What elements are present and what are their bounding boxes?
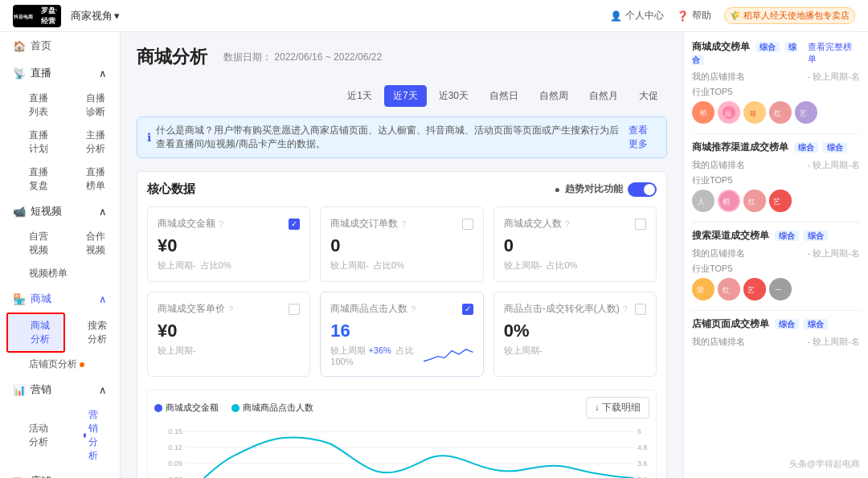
- video-icon: 📹: [13, 206, 26, 218]
- sidebar-item-home[interactable]: 🏠 首页: [0, 32, 120, 59]
- avatar-s4: 一: [769, 278, 792, 300]
- metric-sub-buyers: 较上周期- 占比0%: [504, 259, 646, 272]
- info-icon: ℹ: [147, 131, 151, 144]
- sidebar-group-marketing[interactable]: 📊 营销 ∧: [0, 376, 120, 403]
- sidebar-item-live-plan[interactable]: 直播计划: [6, 124, 63, 161]
- sidebar-item-live-review[interactable]: 直播复盘: [6, 161, 63, 198]
- avatar-r1: 人: [692, 190, 714, 212]
- sidebar-item-collab-video[interactable]: 合作视频: [63, 225, 121, 262]
- svg-text:品: 品: [725, 110, 731, 117]
- checkbox-avg-price[interactable]: [289, 304, 300, 315]
- rank-title-store-page: 店铺页面成交榜单 综合 综合: [692, 317, 860, 331]
- chart-header: 商城成交金额 商城商品点击人数 ↓ 下载明细: [154, 397, 649, 419]
- avatar-s3: 艺: [743, 278, 766, 300]
- tab-natural-month[interactable]: 自然月: [580, 85, 627, 107]
- tab-1day[interactable]: 近1天: [338, 85, 381, 107]
- metric-sub-revenue: 较上周期- 占比0%: [158, 259, 300, 272]
- metric-label-revenue: 商城成交金额 ?: [158, 217, 223, 231]
- metrics-grid: 商城成交金额 ? ✓ ¥0 较上周期- 占比0% 商城成交订单数 ?: [147, 206, 657, 377]
- top-nav: 抖音电商 罗盘 罗盘·经营 商家视角 ▾ 👤 个人中心 ❓ 帮助 🌾 稻草人经天…: [0, 0, 868, 32]
- merchant-view-button[interactable]: 商家视角 ▾: [71, 9, 120, 23]
- avatar-s1: 荣: [692, 278, 714, 300]
- sidebar-item-activity-analysis[interactable]: 活动分析: [6, 403, 61, 468]
- metric-sub-conversion: 较上周期-: [504, 345, 646, 357]
- sidebar-item-store-page-analysis[interactable]: 店铺页分析: [6, 353, 97, 376]
- sidebar-sub-live: 直播列表 自播诊断 直播计划 主播分析 直播复盘 直播榜单: [0, 87, 120, 198]
- legend-dot-revenue: [154, 404, 162, 412]
- rank-avatars-search: 荣 红 艺 一: [692, 278, 860, 300]
- download-button[interactable]: ↓ 下载明细: [586, 397, 649, 419]
- sidebar-item-sales-analysis[interactable]: 营销分析: [61, 403, 120, 468]
- sidebar-group-video[interactable]: 📹 短视频 ∧: [0, 198, 120, 225]
- view-full-rank-link[interactable]: 查看完整榜单: [808, 41, 860, 65]
- metric-sub-avg-price: 较上周期-: [158, 345, 300, 357]
- mini-chart-clicks: [424, 342, 473, 366]
- metric-value-conversion: 0%: [504, 321, 646, 341]
- personal-center-button[interactable]: 👤 个人中心: [610, 9, 664, 22]
- sidebar-item-anchor-analysis[interactable]: 主播分析: [63, 124, 121, 161]
- right-panel: 商城成交榜单 综合 综合 查看完整榜单 我的店铺排名 - 较上周期-名 行业TO…: [683, 32, 868, 478]
- sidebar-item-self-diagnose[interactable]: 自播诊断: [63, 87, 121, 124]
- avatar-1: 稻: [692, 101, 714, 124]
- metric-card-avg-price: 商城成交客单价 ? ¥0 较上周期-: [147, 292, 310, 377]
- sidebar-item-own-video[interactable]: 自营视频: [6, 225, 63, 262]
- core-data-section: 核心数据 ● 趋势对比功能 商城成交金额 ? ✓: [137, 171, 667, 478]
- avatar-r2: 稻: [718, 190, 740, 212]
- checkbox-clicks[interactable]: ✓: [462, 304, 473, 315]
- help-button[interactable]: ❓ 帮助: [677, 9, 711, 22]
- rank-avatars-mall: 稻 品 箱 红 艺: [692, 101, 860, 124]
- main-chart: 0.15 0.12 0.09 0.06 0.03 0 6 4.8 3.6 2.4…: [154, 423, 649, 478]
- metric-value-orders: 0: [330, 235, 473, 256]
- sidebar-item-search-analysis[interactable]: 搜索分析: [65, 313, 121, 353]
- svg-text:红: 红: [748, 198, 755, 206]
- svg-text:荣: 荣: [697, 286, 704, 294]
- tab-promotion[interactable]: 大促: [630, 85, 667, 107]
- tab-natural-day[interactable]: 自然日: [481, 85, 527, 107]
- page-title: 商城分析: [137, 45, 207, 69]
- sidebar-group-live[interactable]: 📡 直播 ∧: [0, 59, 120, 87]
- info-link[interactable]: 查看更多: [628, 124, 657, 151]
- tab-natural-week[interactable]: 自然周: [530, 85, 577, 107]
- rank-title-search: 搜索渠道成交榜单 综合 综合: [692, 229, 860, 243]
- metric-label-buyers: 商城成交人数 ?: [504, 217, 570, 231]
- tab-7day[interactable]: 近7天: [384, 85, 427, 107]
- legend-clicks: 商城商品点击人数: [231, 402, 313, 414]
- divider-3: [692, 310, 860, 311]
- trend-toggle[interactable]: ● 趋势对比功能: [555, 182, 657, 197]
- metric-label-avg-price: 商城成交客单价 ?: [158, 302, 233, 316]
- svg-text:红: 红: [774, 109, 781, 117]
- rank-section-search: 搜索渠道成交榜单 综合 综合 我的店铺排名 - 较上周期-名 行业TOP5 荣 …: [692, 229, 860, 300]
- sidebar-item-video-rank[interactable]: 视频榜单: [6, 262, 80, 285]
- avatar-s2: 红: [718, 278, 740, 300]
- mall-icon: 🏪: [13, 293, 26, 305]
- my-store-rank-store-page: 我的店铺排名 - 较上周期-名: [692, 336, 860, 348]
- rank-title-recommend: 商城推荐渠道成交榜单 综合 综合: [692, 141, 860, 154]
- my-store-rank-recommend: 我的店铺排名 - 较上周期-名: [692, 159, 860, 171]
- checkbox-orders[interactable]: [462, 219, 473, 230]
- main-layout: 🏠 首页 📡 直播 ∧ 直播列表 自播诊断 直播计划 主播分析 直播复盘 直播榜…: [0, 32, 868, 478]
- sidebar-group-store[interactable]: 🏬 店铺 ∧: [0, 468, 120, 478]
- svg-text:艺: 艺: [747, 286, 755, 294]
- sidebar-item-live-list[interactable]: 直播列表: [6, 87, 63, 124]
- toggle-switch[interactable]: [628, 182, 657, 197]
- checkbox-revenue[interactable]: ✓: [289, 219, 300, 230]
- tab-30day[interactable]: 近30天: [430, 85, 477, 107]
- avatar-r3: 红: [743, 190, 766, 212]
- avatar-2: 品: [718, 101, 740, 124]
- industry-top5-label-2: 行业TOP5: [692, 174, 860, 186]
- sidebar-item-live-rank[interactable]: 直播榜单: [63, 161, 121, 198]
- sidebar-item-mall-analysis[interactable]: 商城分析: [6, 313, 65, 353]
- checkbox-buyers[interactable]: [635, 219, 646, 230]
- svg-text:人: 人: [698, 198, 705, 206]
- industry-top5-label-3: 行业TOP5: [692, 263, 860, 275]
- avatar-4: 红: [769, 101, 792, 124]
- home-icon: 🏠: [13, 40, 26, 52]
- live-icon: 📡: [13, 67, 26, 80]
- checkbox-conversion[interactable]: [635, 304, 646, 315]
- store-tag[interactable]: 🌾 稻草人经天使地播包专卖店: [724, 7, 855, 24]
- logo: 抖音电商 罗盘 罗盘·经营: [13, 5, 61, 27]
- section-title: 核心数据 ● 趋势对比功能: [147, 182, 657, 197]
- sidebar-group-mall[interactable]: 🏪 商城 ∧: [0, 285, 120, 313]
- avatar-3: 箱: [743, 101, 766, 124]
- metric-label-clicks: 商城商品点击人数 ?: [330, 302, 416, 316]
